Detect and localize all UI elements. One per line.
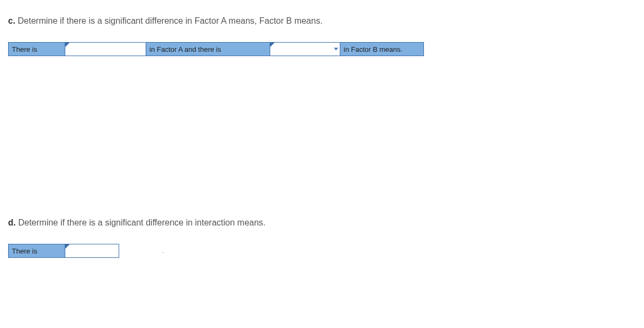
question-d-block: d. Determine if there is a significant d…: [8, 218, 636, 258]
question-d-text: Determine if there is a significant diff…: [18, 218, 266, 227]
corner-triangle-icon: [65, 43, 70, 47]
text-cell-there-is: There is: [8, 42, 65, 56]
question-c-label: c.: [8, 16, 15, 25]
question-c-answer-row: There is in Factor A and there is in Fac…: [8, 42, 636, 56]
question-c-block: c. Determine if there is a significant d…: [8, 16, 636, 56]
question-d-prompt: d. Determine if there is a significant d…: [8, 218, 636, 228]
dropdown-interaction-input[interactable]: [65, 244, 162, 257]
question-d-answer-row: There is .: [8, 244, 636, 258]
question-c-text: Determine if there is a significant diff…: [18, 16, 323, 25]
dropdown-factor-a[interactable]: [65, 42, 146, 56]
chevron-down-icon: [334, 48, 338, 51]
corner-triangle-icon: [270, 43, 275, 47]
period-cell: .: [162, 248, 166, 254]
spacer: [8, 78, 636, 218]
dropdown-factor-a-input[interactable]: [65, 43, 162, 56]
question-d-label: d.: [8, 218, 16, 227]
dropdown-factor-b[interactable]: [270, 42, 340, 56]
corner-triangle-icon: [65, 244, 70, 249]
text-cell-factor-a-and: in Factor A and there is: [146, 42, 270, 56]
dropdown-factor-b-input[interactable]: [270, 43, 367, 56]
dropdown-interaction[interactable]: .: [65, 244, 119, 258]
text-cell-there-is-d: There is: [8, 244, 65, 258]
question-c-prompt: c. Determine if there is a significant d…: [8, 16, 636, 26]
